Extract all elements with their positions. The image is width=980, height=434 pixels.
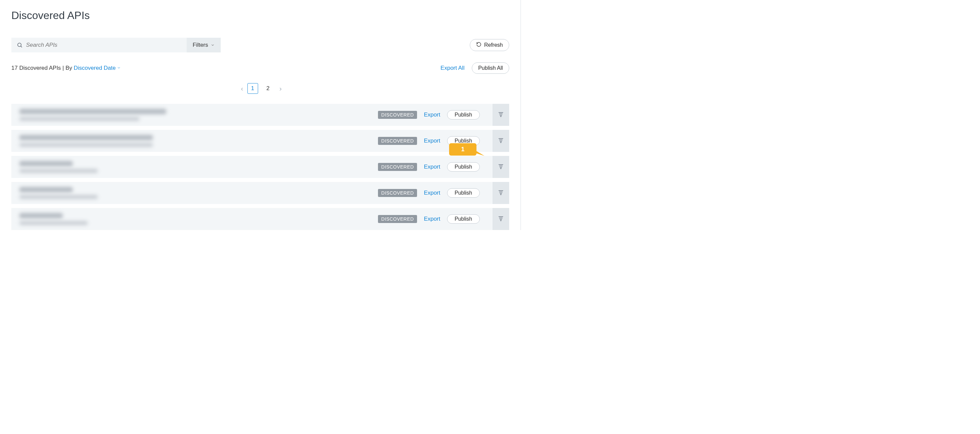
api-row-actions: DISCOVEREDExportPublish <box>378 182 509 204</box>
publish-button[interactable]: Publish <box>447 214 480 224</box>
api-row-info <box>19 109 378 121</box>
api-row-info <box>19 213 378 225</box>
refresh-button[interactable]: Refresh <box>470 39 509 51</box>
export-link[interactable]: Export <box>424 111 440 118</box>
api-row-info <box>19 187 378 199</box>
export-all-link[interactable]: Export All <box>441 65 465 72</box>
search-box[interactable] <box>11 38 187 52</box>
sort-label: Discovered Date <box>74 65 116 72</box>
by-label: By <box>65 65 72 71</box>
count-text: 17 Discovered APIs <box>11 65 61 71</box>
export-link[interactable]: Export <box>424 190 440 196</box>
filters-label: Filters <box>192 42 208 48</box>
export-link[interactable]: Export <box>424 164 440 170</box>
api-row: DISCOVEREDExportPublish <box>11 208 509 230</box>
row-menu-button[interactable] <box>493 182 509 204</box>
search-icon <box>17 42 23 48</box>
refresh-icon <box>476 42 482 48</box>
api-row-actions: DISCOVEREDExportPublish <box>378 208 509 230</box>
api-name-redacted <box>19 213 63 218</box>
meta-right: Export All Publish All <box>441 62 509 74</box>
api-row-info <box>19 161 378 173</box>
api-meta-redacted <box>19 195 98 199</box>
publish-all-button[interactable]: Publish All <box>472 62 509 74</box>
api-name-redacted <box>19 187 73 192</box>
api-row: DISCOVEREDExportPublish1 <box>11 156 509 178</box>
filter-sort-icon <box>498 189 504 197</box>
chevron-down-icon <box>117 65 121 72</box>
filter-sort-icon <box>498 163 504 171</box>
svg-point-0 <box>18 43 21 47</box>
api-row-actions: DISCOVEREDExportPublish <box>378 156 509 178</box>
api-row: DISCOVEREDExportPublish <box>11 130 509 152</box>
pagination: ‹‹ 12 ›› <box>11 83 509 94</box>
meta-row: 17 Discovered APIs | By Discovered Date … <box>11 62 509 74</box>
api-row: DISCOVEREDExportPublish <box>11 182 509 204</box>
page-title: Discovered APIs <box>11 10 509 22</box>
status-badge: DISCOVERED <box>378 163 417 171</box>
publish-button[interactable]: Publish <box>447 162 480 172</box>
status-badge: DISCOVERED <box>378 111 417 119</box>
page-first-icon[interactable]: ‹‹ <box>239 85 242 92</box>
row-menu-button[interactable] <box>493 156 509 178</box>
search-input[interactable] <box>23 42 181 48</box>
refresh-label: Refresh <box>484 42 503 48</box>
sort-dropdown[interactable]: Discovered Date <box>74 65 121 72</box>
api-row: DISCOVEREDExportPublish <box>11 104 509 126</box>
api-name-redacted <box>19 161 73 166</box>
status-badge: DISCOVERED <box>378 137 417 145</box>
row-menu-button[interactable] <box>493 104 509 126</box>
filter-sort-icon <box>498 137 504 145</box>
api-list: DISCOVEREDExportPublishDISCOVEREDExportP… <box>11 104 509 230</box>
meta-left: 17 Discovered APIs | By Discovered Date <box>11 65 121 72</box>
status-badge: DISCOVERED <box>378 189 417 197</box>
row-menu-button[interactable] <box>493 208 509 230</box>
chevron-down-icon <box>211 43 215 47</box>
page-last-icon[interactable]: ›› <box>278 85 281 92</box>
publish-button[interactable]: Publish <box>447 188 480 198</box>
filter-sort-icon <box>498 215 504 223</box>
api-meta-redacted <box>19 143 153 147</box>
export-link[interactable]: Export <box>424 216 440 223</box>
filters-button[interactable]: Filters <box>187 38 221 52</box>
publish-all-label: Publish All <box>478 65 503 71</box>
api-name-redacted <box>19 135 153 140</box>
export-link[interactable]: Export <box>424 138 440 144</box>
api-meta-redacted <box>19 117 140 121</box>
api-row-actions: DISCOVEREDExportPublish <box>378 130 509 152</box>
status-badge: DISCOVERED <box>378 215 417 223</box>
api-meta-redacted <box>19 169 98 173</box>
api-row-actions: DISCOVEREDExportPublish <box>378 104 509 126</box>
row-menu-button[interactable] <box>493 130 509 152</box>
filter-sort-icon <box>498 111 504 119</box>
api-meta-redacted <box>19 221 88 225</box>
toolbar: Filters Refresh <box>11 38 509 52</box>
page-number[interactable]: 2 <box>263 83 274 94</box>
annotation-callout: 1 <box>449 143 476 156</box>
api-row-info <box>19 135 378 147</box>
search-filter-group: Filters <box>11 38 221 52</box>
svg-line-1 <box>21 46 22 47</box>
publish-button[interactable]: Publish <box>447 110 480 119</box>
page-number[interactable]: 1 <box>247 83 258 94</box>
api-name-redacted <box>19 109 166 114</box>
